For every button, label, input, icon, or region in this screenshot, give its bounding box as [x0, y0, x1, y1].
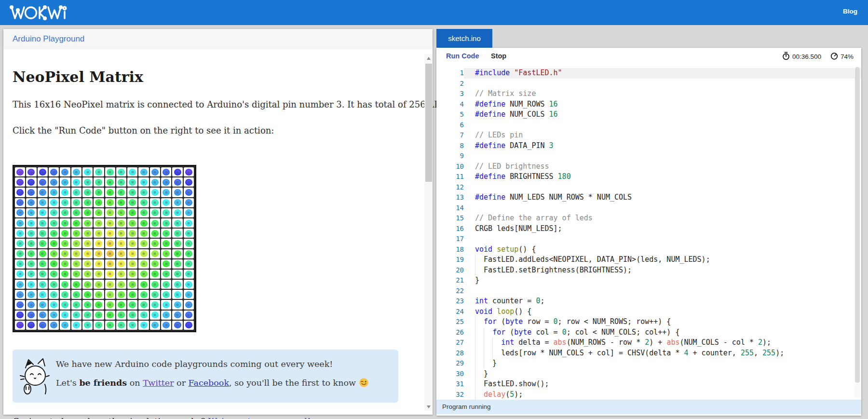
- led: [38, 321, 48, 330]
- code-line: 24void loop() {: [436, 307, 861, 317]
- led: [71, 167, 81, 176]
- footer-text: Curious to know how the simulation works…: [13, 417, 208, 419]
- code-line: 23int counter = 0;: [436, 296, 861, 307]
- left-scrollbar-thumb[interactable]: [425, 64, 432, 182]
- editor-scrollbar[interactable]: [854, 67, 860, 397]
- led: [26, 321, 36, 330]
- led: [105, 290, 115, 299]
- led: [49, 229, 59, 238]
- scroll-up-arrow[interactable]: [424, 54, 433, 62]
- led: [105, 311, 115, 320]
- led: [60, 249, 70, 258]
- led: [184, 270, 194, 279]
- wokwi-logo[interactable]: [10, 4, 72, 23]
- led: [105, 270, 115, 279]
- code-line: 15// Define the array of leds: [436, 213, 861, 224]
- led: [94, 290, 104, 299]
- led: [161, 311, 171, 320]
- led: [116, 218, 126, 228]
- led: [127, 321, 137, 330]
- be-friends-text: be friends: [79, 378, 127, 388]
- led: [150, 300, 160, 309]
- info-line-2: Let's be friends on Twitter or Facebook,…: [56, 378, 369, 390]
- led: [105, 218, 115, 228]
- led: [184, 167, 194, 176]
- left-panel-scrollbar[interactable]: [424, 54, 433, 411]
- led: [94, 270, 104, 279]
- twitter-link[interactable]: Twitter: [143, 378, 174, 388]
- led: [49, 270, 59, 279]
- cpu-gauge-icon: [830, 52, 839, 62]
- top-header: Blog: [0, 0, 868, 25]
- led: [26, 290, 36, 299]
- led: [150, 229, 160, 238]
- led: [161, 270, 171, 279]
- led: [15, 290, 25, 299]
- stop-button[interactable]: Stop: [491, 52, 506, 60]
- led: [184, 259, 194, 269]
- led: [127, 249, 137, 258]
- code-line: 2: [436, 79, 861, 89]
- code-line: 31 FastLED.show();: [436, 379, 861, 390]
- led: [116, 198, 126, 207]
- led: [184, 300, 194, 309]
- led: [60, 311, 70, 320]
- led: [26, 300, 36, 309]
- led: [60, 167, 70, 176]
- led: [172, 188, 182, 197]
- breadcrumb-arduino-playground[interactable]: Arduino Playground: [13, 34, 84, 44]
- led: [150, 311, 160, 320]
- led: [94, 300, 104, 309]
- code-editor[interactable]: 1#include "FastLED.h"23// Matrix size4#d…: [436, 65, 861, 400]
- led: [172, 321, 182, 330]
- stopwatch-icon: [782, 52, 790, 62]
- led: [127, 300, 137, 309]
- led: [15, 198, 25, 207]
- neopixel-matrix: [13, 165, 196, 332]
- led: [38, 239, 48, 248]
- facebook-link[interactable]: Facebook: [189, 378, 229, 388]
- led: [71, 259, 81, 269]
- led: [184, 290, 194, 299]
- led: [150, 259, 160, 269]
- code-line: 25 for (byte row = 0; row < NUM_ROWS; ro…: [436, 317, 861, 327]
- run-code-button[interactable]: Run Code: [446, 52, 479, 60]
- page-title: NeoPixel Matrix: [13, 68, 143, 85]
- breadcrumb-bar: Arduino Playground: [3, 29, 433, 49]
- led: [15, 270, 25, 279]
- code-line: 7// LEDs pin: [436, 130, 861, 141]
- led: [82, 177, 93, 187]
- code-line: 30 }: [436, 369, 861, 379]
- led: [150, 321, 160, 330]
- led: [94, 177, 104, 187]
- led: [138, 311, 149, 320]
- editor-scrollbar-thumb[interactable]: [855, 67, 860, 383]
- led: [82, 208, 93, 217]
- code-line: 17: [436, 234, 861, 244]
- led: [161, 239, 171, 248]
- led: [82, 311, 93, 320]
- led: [15, 177, 25, 187]
- led: [138, 188, 149, 197]
- tab-sketch-ino[interactable]: sketch.ino: [436, 29, 492, 48]
- led: [26, 239, 36, 248]
- led: [105, 229, 115, 238]
- led: [105, 167, 115, 176]
- led: [38, 218, 48, 228]
- code-line: 12: [436, 182, 861, 193]
- led: [172, 290, 182, 299]
- led: [150, 198, 160, 207]
- led: [150, 188, 160, 197]
- led: [71, 249, 81, 258]
- scroll-down-arrow[interactable]: [424, 403, 433, 411]
- led: [105, 239, 115, 248]
- code-line: 13#define NUM_LEDS NUM_ROWS * NUM_COLS: [436, 192, 861, 203]
- blog-link[interactable]: Blog: [843, 8, 857, 15]
- led: [127, 239, 137, 248]
- led: [172, 270, 182, 279]
- led: [94, 208, 104, 217]
- led: [82, 321, 93, 330]
- code-line: 1#include "FastLED.h": [436, 68, 861, 79]
- covered-link[interactable]: We've got you covered!: [208, 417, 311, 419]
- led: [82, 249, 93, 258]
